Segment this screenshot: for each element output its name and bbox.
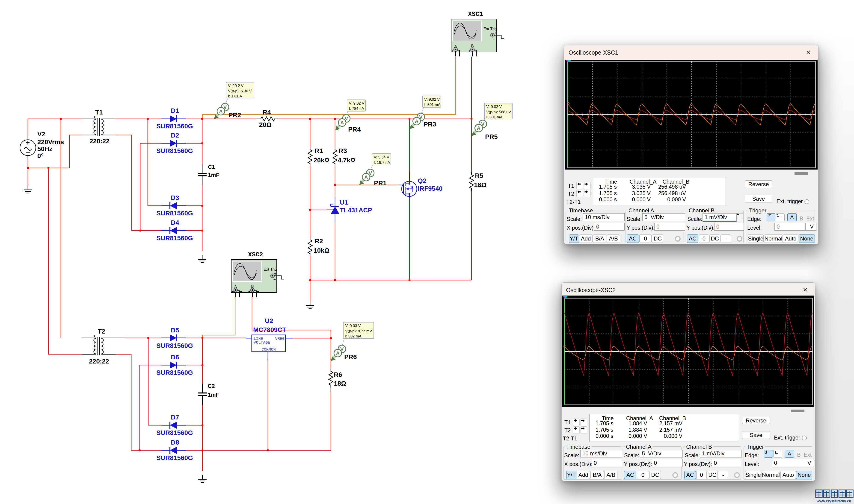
svg-text:PR3: PR3 (423, 121, 436, 128)
svg-text:PR4: PR4 (348, 126, 361, 133)
svg-text:−: − (257, 289, 259, 294)
svg-text:D3: D3 (171, 194, 179, 201)
svg-text:V: 9.03 V: V: 9.03 V (345, 324, 361, 328)
svg-text:V(p-p): 8.77 mV: V(p-p): 8.77 mV (345, 329, 372, 333)
svg-text:COMMON: COMMON (261, 347, 276, 352)
svg-text:D5: D5 (171, 327, 179, 334)
svg-text:D7: D7 (171, 414, 179, 421)
svg-text:+: + (274, 271, 276, 276)
svg-text:−: − (240, 289, 242, 294)
svg-text:PR6: PR6 (344, 353, 357, 360)
svg-text:I: 501 mA: I: 501 mA (424, 103, 441, 107)
svg-text:VREG: VREG (275, 337, 284, 341)
svg-text:4.7kΩ: 4.7kΩ (338, 157, 355, 164)
svg-text:20Ω: 20Ω (259, 121, 272, 128)
svg-text:V: 5.34 V: V: 5.34 V (374, 155, 389, 159)
svg-text:V: 9.02 V: V: 9.02 V (424, 97, 440, 101)
svg-text:I: 19.7 nA: I: 19.7 nA (374, 160, 390, 164)
svg-text:C2: C2 (208, 383, 215, 389)
svg-text:I: 501 mA: I: 501 mA (486, 115, 503, 119)
svg-text:V2: V2 (37, 131, 45, 138)
svg-text:TL431ACP: TL431ACP (340, 206, 372, 214)
svg-text:D6: D6 (171, 354, 179, 361)
svg-text:Q2: Q2 (418, 177, 426, 184)
svg-text:220Vrms: 220Vrms (37, 139, 64, 146)
svg-text:Ext Trig: Ext Trig (484, 27, 497, 31)
svg-text:Ext Trig: Ext Trig (263, 267, 277, 272)
svg-text:−: − (493, 37, 496, 41)
svg-text:V: 9.02 V: V: 9.02 V (349, 101, 364, 105)
svg-text:V: 9.02 V: V: 9.02 V (486, 105, 502, 109)
svg-text:C1: C1 (208, 164, 215, 170)
svg-text:MC7809CT: MC7809CT (253, 326, 286, 333)
svg-text:IRF9540: IRF9540 (418, 185, 442, 192)
svg-text:I: 502 mA: I: 502 mA (345, 334, 362, 338)
svg-text:18Ω: 18Ω (474, 181, 487, 188)
svg-text:R2: R2 (315, 237, 323, 245)
svg-text:R4: R4 (263, 109, 271, 116)
svg-text:T1: T1 (95, 109, 103, 116)
svg-text:A: A (415, 119, 418, 124)
svg-text:+: + (231, 289, 234, 294)
svg-text:220:22: 220:22 (89, 358, 109, 365)
svg-text:U2: U2 (265, 317, 273, 324)
svg-text:VOLTAGE: VOLTAGE (254, 340, 270, 345)
svg-text:220:22: 220:22 (89, 138, 109, 145)
svg-text:50Hz: 50Hz (37, 145, 52, 152)
svg-text:D2: D2 (171, 132, 179, 139)
svg-text:A: A (336, 350, 339, 356)
svg-text:XSC1: XSC1 (468, 11, 483, 18)
svg-text:SUR81560G: SUR81560G (156, 369, 193, 376)
svg-text:SUR81560G: SUR81560G (156, 429, 193, 436)
svg-text:−: − (477, 49, 479, 53)
svg-text:A: A (219, 108, 223, 114)
svg-text:+: + (248, 289, 250, 294)
svg-text:+: + (26, 139, 30, 146)
svg-text:A: A (364, 174, 368, 180)
svg-text:U1: U1 (340, 199, 348, 206)
svg-text:−: − (460, 49, 462, 53)
svg-text:D1: D1 (171, 107, 179, 114)
svg-text:SUR81560G: SUR81560G (156, 123, 193, 130)
svg-text:−: − (274, 277, 276, 282)
svg-text:SUR81560G: SUR81560G (156, 147, 193, 154)
svg-text:26kΩ: 26kΩ (314, 157, 330, 164)
svg-text:SUR81560G: SUR81560G (156, 342, 193, 349)
svg-text:D8: D8 (171, 439, 179, 446)
svg-text:V(p-p): 6.30 V: V(p-p): 6.30 V (228, 89, 252, 93)
svg-text:10kΩ: 10kΩ (314, 247, 330, 254)
svg-text:D4: D4 (171, 219, 179, 226)
svg-text:R1: R1 (315, 147, 323, 154)
svg-text:+: + (468, 49, 471, 53)
svg-text:+: + (494, 31, 496, 35)
svg-text:I: 1.01 A: I: 1.01 A (228, 94, 242, 98)
svg-text:I: 784 uA: I: 784 uA (349, 106, 364, 111)
svg-text:1mF: 1mF (208, 172, 219, 178)
svg-text:V: 29.2 V: V: 29.2 V (228, 84, 243, 88)
svg-text:SUR81560G: SUR81560G (156, 210, 193, 217)
svg-text:R5: R5 (475, 172, 483, 179)
svg-text:SUR81560G: SUR81560G (156, 234, 193, 241)
svg-text:A: A (340, 120, 344, 126)
svg-text:XSC2: XSC2 (248, 251, 263, 258)
svg-text:PR2: PR2 (228, 111, 241, 119)
svg-text:+: + (451, 49, 454, 53)
svg-text:R3: R3 (339, 147, 347, 154)
svg-text:SUR81560G: SUR81560G (156, 454, 193, 462)
svg-text:0°: 0° (37, 152, 43, 159)
svg-text:T2: T2 (98, 328, 105, 335)
svg-text:18Ω: 18Ω (334, 380, 346, 387)
svg-text:A: A (477, 125, 481, 131)
svg-text:PR5: PR5 (485, 133, 498, 140)
svg-text:V(p-p): 568 uV: V(p-p): 568 uV (486, 110, 511, 114)
svg-text:PR1: PR1 (374, 179, 386, 186)
svg-text:R6: R6 (334, 371, 342, 378)
svg-text:1mF: 1mF (208, 392, 219, 398)
